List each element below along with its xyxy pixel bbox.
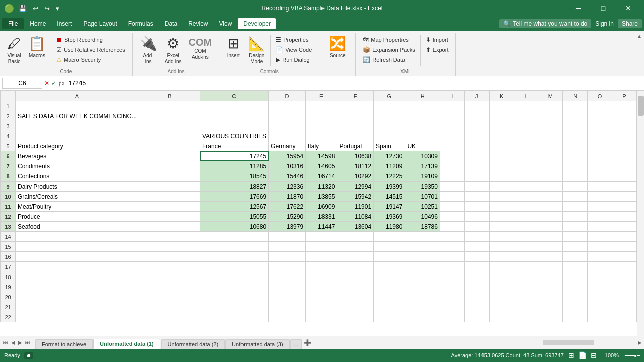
cell[interactable] xyxy=(16,121,139,131)
cell[interactable] xyxy=(464,212,489,222)
cell[interactable] xyxy=(563,141,588,151)
cell[interactable] xyxy=(563,232,588,242)
cell[interactable] xyxy=(16,252,139,262)
cell[interactable] xyxy=(538,232,563,242)
cell[interactable] xyxy=(588,111,612,121)
cell[interactable] xyxy=(306,242,337,252)
cell[interactable] xyxy=(374,302,405,312)
cell[interactable]: Condiments xyxy=(16,161,139,171)
cell[interactable]: 14515 xyxy=(374,192,405,202)
cell[interactable] xyxy=(464,182,489,192)
cell[interactable] xyxy=(563,131,588,141)
export-button[interactable]: ⬆ Export xyxy=(423,45,452,54)
cell[interactable] xyxy=(374,232,405,242)
cell[interactable] xyxy=(563,121,588,131)
expansion-packs-button[interactable]: 📦 Expansion Packs xyxy=(360,45,418,54)
cell[interactable] xyxy=(440,131,464,141)
cell[interactable] xyxy=(139,151,200,161)
refresh-data-button[interactable]: 🔄 Refresh Data xyxy=(360,55,418,64)
cell[interactable] xyxy=(538,302,563,312)
cell[interactable] xyxy=(139,252,200,262)
cell[interactable] xyxy=(612,121,637,131)
cell[interactable] xyxy=(588,262,612,272)
cell[interactable]: 16909 xyxy=(306,202,337,212)
col-header-o[interactable]: O xyxy=(588,91,612,101)
cell[interactable] xyxy=(405,111,440,121)
cell[interactable] xyxy=(612,222,637,232)
cell[interactable] xyxy=(563,192,588,202)
cell[interactable] xyxy=(139,272,200,282)
cell[interactable] xyxy=(489,282,514,292)
col-header-h[interactable]: H xyxy=(405,91,440,101)
cell[interactable] xyxy=(269,252,306,262)
cell[interactable] xyxy=(563,262,588,272)
cell[interactable] xyxy=(306,252,337,262)
cell[interactable] xyxy=(440,202,464,212)
cell[interactable]: 19350 xyxy=(405,182,440,192)
cell[interactable] xyxy=(588,282,612,292)
cell[interactable] xyxy=(563,151,588,161)
cell[interactable] xyxy=(337,242,374,252)
cell[interactable] xyxy=(139,292,200,302)
cell[interactable] xyxy=(538,161,563,171)
cell[interactable] xyxy=(306,282,337,292)
cell[interactable] xyxy=(563,202,588,212)
row-header-12[interactable]: 12 xyxy=(1,212,16,222)
cell[interactable] xyxy=(588,151,612,161)
cell[interactable] xyxy=(374,282,405,292)
cell[interactable] xyxy=(563,282,588,292)
cell[interactable] xyxy=(200,302,268,312)
cell[interactable] xyxy=(538,131,563,141)
cell[interactable] xyxy=(440,312,464,322)
cell[interactable] xyxy=(200,312,268,322)
insert-function-icon[interactable]: ƒx xyxy=(58,80,65,87)
cell[interactable] xyxy=(538,111,563,121)
cell[interactable] xyxy=(514,151,538,161)
cell[interactable] xyxy=(464,282,489,292)
cell[interactable]: Spain xyxy=(374,141,405,151)
cell[interactable]: 13855 xyxy=(306,192,337,202)
cell[interactable] xyxy=(440,161,464,171)
row-header-8[interactable]: 8 xyxy=(1,171,16,182)
view-page-break-icon[interactable]: ⊟ xyxy=(591,351,597,359)
cell[interactable]: 11320 xyxy=(306,182,337,192)
cell[interactable]: 15446 xyxy=(269,171,306,182)
cell[interactable] xyxy=(16,312,139,322)
cell[interactable] xyxy=(612,232,637,242)
cell[interactable] xyxy=(405,252,440,262)
cell[interactable] xyxy=(563,272,588,282)
cell[interactable]: 19369 xyxy=(374,212,405,222)
cell[interactable]: 11980 xyxy=(374,222,405,232)
cell[interactable] xyxy=(374,131,405,141)
cell[interactable] xyxy=(514,111,538,121)
cell[interactable]: 10496 xyxy=(405,212,440,222)
cell[interactable] xyxy=(405,292,440,302)
source-button[interactable]: 🔀 Source xyxy=(326,33,349,60)
cell[interactable] xyxy=(489,111,514,121)
cell[interactable] xyxy=(139,262,200,272)
cell[interactable]: 13979 xyxy=(269,222,306,232)
hscroll-right[interactable]: ▶ xyxy=(636,340,644,345)
ribbon-collapse-button[interactable]: ▲ xyxy=(637,33,642,39)
cell[interactable] xyxy=(464,161,489,171)
maximize-button[interactable]: □ xyxy=(592,0,615,16)
cell[interactable] xyxy=(588,272,612,282)
cell[interactable] xyxy=(374,252,405,262)
cell[interactable] xyxy=(139,141,200,151)
cell[interactable] xyxy=(612,242,637,252)
cell[interactable] xyxy=(440,242,464,252)
cell[interactable] xyxy=(489,302,514,312)
cell[interactable]: 11447 xyxy=(306,222,337,232)
cell[interactable]: Produce xyxy=(16,212,139,222)
cell[interactable] xyxy=(588,202,612,212)
design-mode-button[interactable]: 📐 DesignMode xyxy=(245,33,268,67)
redo-qat-button[interactable]: ↪ xyxy=(43,5,51,12)
cell[interactable] xyxy=(269,111,306,121)
cell[interactable]: 19147 xyxy=(374,202,405,212)
cell[interactable]: UK xyxy=(405,141,440,151)
cell[interactable] xyxy=(306,232,337,242)
row-header-3[interactable]: 3 xyxy=(1,121,16,131)
row-header-17[interactable]: 17 xyxy=(1,262,16,272)
cell[interactable] xyxy=(588,192,612,202)
first-sheet-button[interactable]: ⏮ xyxy=(2,340,9,345)
